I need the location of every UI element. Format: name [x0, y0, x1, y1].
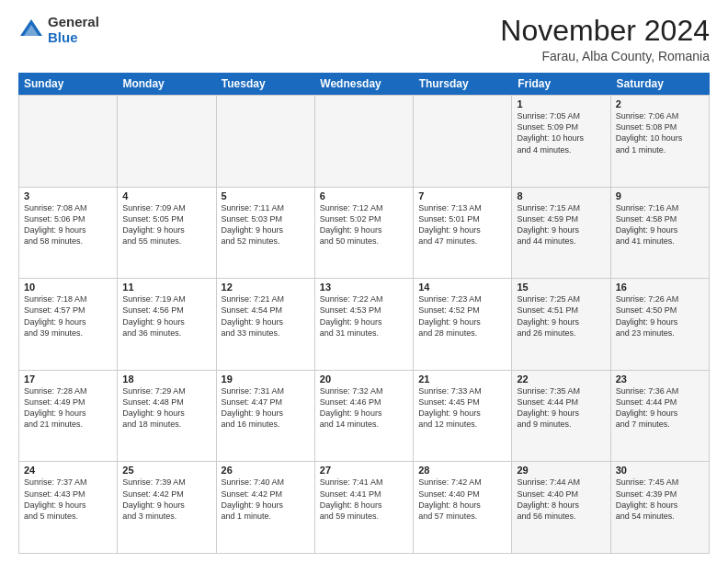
day-info: Sunrise: 7:23 AM Sunset: 4:52 PM Dayligh…: [418, 293, 506, 339]
day-info: Sunrise: 7:45 AM Sunset: 4:39 PM Dayligh…: [616, 477, 704, 522]
logo-general-text: General: [48, 15, 99, 30]
logo-icon: [18, 17, 44, 43]
day-info: Sunrise: 7:06 AM Sunset: 5:08 PM Dayligh…: [616, 110, 704, 155]
cal-cell: 1Sunrise: 7:05 AM Sunset: 5:09 PM Daylig…: [512, 96, 610, 187]
day-number: 5: [222, 190, 310, 201]
day-info: Sunrise: 7:36 AM Sunset: 4:44 PM Dayligh…: [616, 385, 704, 431]
cal-cell: 7Sunrise: 7:13 AM Sunset: 5:01 PM Daylig…: [414, 188, 512, 279]
day-info: Sunrise: 7:12 AM Sunset: 5:02 PM Dayligh…: [320, 202, 408, 247]
day-number: 2: [616, 98, 704, 109]
day-info: Sunrise: 7:08 AM Sunset: 5:06 PM Dayligh…: [24, 202, 112, 247]
day-info: Sunrise: 7:35 AM Sunset: 4:44 PM Dayligh…: [517, 385, 605, 431]
day-number: 13: [320, 282, 408, 293]
day-info: Sunrise: 7:13 AM Sunset: 5:01 PM Dayligh…: [418, 202, 506, 247]
page: General Blue November 2024 Farau, Alba C…: [0, 0, 728, 563]
cal-cell: [19, 96, 118, 187]
day-number: 22: [517, 373, 605, 385]
calendar: SundayMondayTuesdayWednesdayThursdayFrid…: [18, 73, 710, 554]
day-number: 17: [24, 373, 112, 385]
day-info: Sunrise: 7:39 AM Sunset: 4:42 PM Dayligh…: [122, 477, 210, 522]
day-info: Sunrise: 7:09 AM Sunset: 5:05 PM Dayligh…: [122, 202, 210, 247]
cal-row-3: 17Sunrise: 7:28 AM Sunset: 4:49 PM Dayli…: [19, 371, 710, 463]
day-number: 28: [418, 465, 506, 476]
day-info: Sunrise: 7:18 AM Sunset: 4:57 PM Dayligh…: [24, 293, 112, 339]
day-info: Sunrise: 7:11 AM Sunset: 5:03 PM Dayligh…: [222, 202, 310, 247]
day-number: 18: [122, 373, 210, 385]
cal-cell: 23Sunrise: 7:36 AM Sunset: 4:44 PM Dayli…: [611, 371, 710, 462]
day-number: 10: [24, 282, 112, 293]
day-number: 24: [24, 465, 112, 476]
logo: General Blue: [18, 15, 99, 45]
day-info: Sunrise: 7:22 AM Sunset: 4:53 PM Dayligh…: [320, 293, 408, 339]
cal-cell: [414, 96, 512, 187]
cal-row-2: 10Sunrise: 7:18 AM Sunset: 4:57 PM Dayli…: [19, 279, 710, 371]
cal-cell: 2Sunrise: 7:06 AM Sunset: 5:08 PM Daylig…: [611, 96, 710, 187]
cal-cell: 24Sunrise: 7:37 AM Sunset: 4:43 PM Dayli…: [19, 462, 118, 553]
cal-cell: 3Sunrise: 7:08 AM Sunset: 5:06 PM Daylig…: [19, 188, 118, 279]
cal-cell: 26Sunrise: 7:40 AM Sunset: 4:42 PM Dayli…: [217, 462, 315, 553]
day-info: Sunrise: 7:42 AM Sunset: 4:40 PM Dayligh…: [418, 477, 506, 522]
day-number: 12: [222, 282, 310, 293]
cal-cell: 6Sunrise: 7:12 AM Sunset: 5:02 PM Daylig…: [315, 188, 414, 279]
day-number: 6: [320, 190, 408, 201]
day-info: Sunrise: 7:25 AM Sunset: 4:51 PM Dayligh…: [517, 293, 605, 339]
cal-cell: 19Sunrise: 7:31 AM Sunset: 4:47 PM Dayli…: [217, 371, 315, 462]
day-number: 25: [122, 465, 210, 476]
day-number: 16: [616, 282, 704, 293]
day-info: Sunrise: 7:37 AM Sunset: 4:43 PM Dayligh…: [24, 477, 112, 522]
day-number: 7: [418, 190, 506, 201]
cal-cell: 14Sunrise: 7:23 AM Sunset: 4:52 PM Dayli…: [414, 279, 512, 370]
cal-cell: 30Sunrise: 7:45 AM Sunset: 4:39 PM Dayli…: [611, 462, 710, 553]
day-info: Sunrise: 7:28 AM Sunset: 4:49 PM Dayligh…: [24, 385, 112, 431]
day-number: 21: [418, 373, 506, 385]
cal-cell: 11Sunrise: 7:19 AM Sunset: 4:56 PM Dayli…: [118, 279, 216, 370]
day-info: Sunrise: 7:16 AM Sunset: 4:58 PM Dayligh…: [616, 202, 704, 247]
day-info: Sunrise: 7:26 AM Sunset: 4:50 PM Dayligh…: [616, 293, 704, 339]
cal-cell: 21Sunrise: 7:33 AM Sunset: 4:45 PM Dayli…: [414, 371, 512, 462]
cal-header-monday: Monday: [117, 73, 215, 95]
cal-cell: 28Sunrise: 7:42 AM Sunset: 4:40 PM Dayli…: [414, 462, 512, 553]
logo-blue-text: Blue: [48, 30, 99, 46]
header: General Blue November 2024 Farau, Alba C…: [18, 15, 710, 63]
cal-cell: 13Sunrise: 7:22 AM Sunset: 4:53 PM Dayli…: [315, 279, 414, 370]
day-number: 26: [222, 465, 310, 476]
day-info: Sunrise: 7:21 AM Sunset: 4:54 PM Dayligh…: [222, 293, 310, 339]
day-info: Sunrise: 7:41 AM Sunset: 4:41 PM Dayligh…: [320, 477, 408, 522]
day-number: 11: [122, 282, 210, 293]
day-info: Sunrise: 7:05 AM Sunset: 5:09 PM Dayligh…: [517, 110, 605, 155]
cal-cell: 5Sunrise: 7:11 AM Sunset: 5:03 PM Daylig…: [217, 188, 315, 279]
cal-row-0: 1Sunrise: 7:05 AM Sunset: 5:09 PM Daylig…: [19, 96, 710, 188]
cal-cell: 10Sunrise: 7:18 AM Sunset: 4:57 PM Dayli…: [19, 279, 118, 370]
day-number: 27: [320, 465, 408, 476]
day-info: Sunrise: 7:44 AM Sunset: 4:40 PM Dayligh…: [517, 477, 605, 522]
cal-cell: 4Sunrise: 7:09 AM Sunset: 5:05 PM Daylig…: [118, 188, 216, 279]
title-month: November 2024: [500, 15, 710, 47]
cal-cell: 20Sunrise: 7:32 AM Sunset: 4:46 PM Dayli…: [315, 371, 414, 462]
cal-header-wednesday: Wednesday: [314, 73, 413, 95]
cal-cell: 27Sunrise: 7:41 AM Sunset: 4:41 PM Dayli…: [315, 462, 414, 553]
day-info: Sunrise: 7:31 AM Sunset: 4:47 PM Dayligh…: [222, 385, 310, 431]
day-number: 9: [616, 190, 704, 201]
day-number: 3: [24, 190, 112, 201]
day-info: Sunrise: 7:40 AM Sunset: 4:42 PM Dayligh…: [222, 477, 310, 522]
day-number: 23: [616, 373, 704, 385]
cal-row-4: 24Sunrise: 7:37 AM Sunset: 4:43 PM Dayli…: [19, 462, 710, 554]
cal-row-1: 3Sunrise: 7:08 AM Sunset: 5:06 PM Daylig…: [19, 188, 710, 280]
day-info: Sunrise: 7:29 AM Sunset: 4:48 PM Dayligh…: [122, 385, 210, 431]
cal-cell: [315, 96, 414, 187]
cal-cell: 17Sunrise: 7:28 AM Sunset: 4:49 PM Dayli…: [19, 371, 118, 462]
cal-header-thursday: Thursday: [414, 73, 512, 95]
day-number: 14: [418, 282, 506, 293]
day-number: 1: [517, 98, 605, 109]
cal-header-sunday: Sunday: [18, 73, 117, 95]
day-number: 8: [517, 190, 605, 201]
day-info: Sunrise: 7:15 AM Sunset: 4:59 PM Dayligh…: [517, 202, 605, 247]
cal-cell: 22Sunrise: 7:35 AM Sunset: 4:44 PM Dayli…: [512, 371, 610, 462]
title-block: November 2024 Farau, Alba County, Romani…: [500, 15, 710, 63]
cal-cell: 25Sunrise: 7:39 AM Sunset: 4:42 PM Dayli…: [118, 462, 216, 553]
cal-cell: 9Sunrise: 7:16 AM Sunset: 4:58 PM Daylig…: [611, 188, 710, 279]
day-number: 30: [616, 465, 704, 476]
cal-cell: [118, 96, 216, 187]
day-number: 29: [517, 465, 605, 476]
day-number: 4: [122, 190, 210, 201]
